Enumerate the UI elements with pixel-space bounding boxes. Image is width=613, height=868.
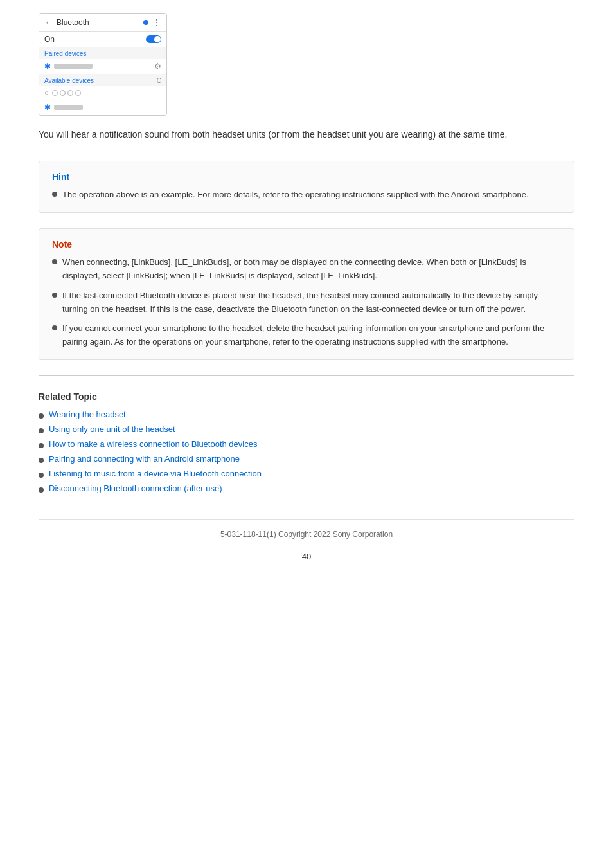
bt-device-left: ✱ bbox=[44, 62, 93, 71]
footer-text: 5-031-118-11(1) Copyright 2022 Sony Corp… bbox=[220, 530, 393, 539]
bt-title: Bluetooth bbox=[57, 18, 89, 27]
bt-circle-3 bbox=[67, 90, 73, 96]
bt-header-icons: ⋮ bbox=[143, 18, 161, 27]
bt-available-label: Available devices bbox=[44, 77, 94, 84]
related-link-4[interactable]: Pairing and connecting with an Android s… bbox=[49, 454, 240, 464]
hint-list: The operation above is an example. For m… bbox=[52, 188, 561, 202]
related-item-4: Pairing and connecting with an Android s… bbox=[39, 454, 574, 464]
bt-device2-name-bar bbox=[54, 105, 83, 110]
bt-refresh-icon: C bbox=[157, 77, 161, 84]
related-item-2: Using only one unit of the headset bbox=[39, 424, 574, 434]
note-list: When connecting, [LinkBuds], [LE_LinkBud… bbox=[52, 256, 561, 349]
related-item-1: Wearing the headset bbox=[39, 410, 574, 419]
bt-info-icon bbox=[143, 20, 148, 25]
bt-icon: ✱ bbox=[44, 62, 51, 71]
related-link-1[interactable]: Wearing the headset bbox=[49, 410, 126, 419]
bt-search-icon: ○ bbox=[44, 89, 49, 96]
related-topic-title: Related Topic bbox=[39, 392, 574, 402]
bt-icon-2: ✱ bbox=[44, 103, 51, 112]
related-bullet-6 bbox=[39, 487, 44, 493]
divider bbox=[39, 375, 574, 376]
related-item-3: How to make a wireless connection to Blu… bbox=[39, 439, 574, 449]
bt-back-arrow: ← bbox=[44, 17, 53, 27]
related-bullet-2 bbox=[39, 428, 44, 433]
related-item-5: Listening to music from a device via Blu… bbox=[39, 469, 574, 478]
related-bullet-1 bbox=[39, 413, 44, 419]
bt-gear-icon: ⚙ bbox=[154, 62, 161, 71]
related-item-6: Disconnecting Bluetooth connection (afte… bbox=[39, 484, 574, 493]
bt-circle-4 bbox=[75, 90, 81, 96]
bt-device2-row: ✱ bbox=[39, 100, 166, 115]
hint-bullet-1 bbox=[52, 192, 57, 197]
bt-on-row: On bbox=[39, 32, 166, 47]
related-link-5[interactable]: Listening to music from a device via Blu… bbox=[49, 469, 262, 478]
bt-device-name-bar bbox=[54, 64, 93, 69]
bt-toggle[interactable] bbox=[146, 35, 161, 43]
note-bullet-3 bbox=[52, 325, 57, 330]
bt-search-row: ○ bbox=[39, 86, 166, 100]
hint-text-1: The operation above is an example. For m… bbox=[62, 188, 529, 202]
note-item-3: If you cannot connect your smartphone to… bbox=[52, 322, 561, 349]
page-wrapper: ← Bluetooth ⋮ On Paired devices ✱ ⚙ Avai… bbox=[0, 0, 613, 587]
related-bullet-4 bbox=[39, 458, 44, 463]
bt-available-row: Available devices C bbox=[39, 74, 166, 86]
note-title: Note bbox=[52, 239, 561, 249]
note-bullet-1 bbox=[52, 259, 57, 264]
hint-item-1: The operation above is an example. For m… bbox=[52, 188, 561, 202]
related-link-6[interactable]: Disconnecting Bluetooth connection (afte… bbox=[49, 484, 222, 493]
related-list: Wearing the headset Using only one unit … bbox=[39, 410, 574, 493]
related-bullet-3 bbox=[39, 443, 44, 448]
bt-circles bbox=[52, 90, 81, 96]
bluetooth-mockup: ← Bluetooth ⋮ On Paired devices ✱ ⚙ Avai… bbox=[39, 13, 167, 116]
hint-title: Hint bbox=[52, 172, 561, 182]
bt-circle-2 bbox=[60, 90, 66, 96]
notification-text: You will hear a notification sound from … bbox=[39, 127, 574, 141]
note-item-1: When connecting, [LinkBuds], [LE_LinkBud… bbox=[52, 256, 561, 283]
related-bullet-5 bbox=[39, 473, 44, 478]
note-bullet-2 bbox=[52, 293, 57, 298]
bt-on-label: On bbox=[44, 35, 55, 44]
bt-header: ← Bluetooth ⋮ bbox=[39, 14, 166, 32]
footer: 5-031-118-11(1) Copyright 2022 Sony Corp… bbox=[39, 519, 574, 539]
bt-paired-device: ✱ ⚙ bbox=[39, 59, 166, 74]
page-number: 40 bbox=[39, 552, 574, 561]
bt-menu-dots: ⋮ bbox=[152, 18, 161, 27]
note-item-2: If the last-connected Bluetooth device i… bbox=[52, 289, 561, 316]
related-link-3[interactable]: How to make a wireless connection to Blu… bbox=[49, 439, 257, 449]
bt-paired-label: Paired devices bbox=[39, 47, 166, 59]
note-text-3: If you cannot connect your smartphone to… bbox=[62, 322, 561, 349]
hint-box: Hint The operation above is an example. … bbox=[39, 161, 574, 213]
bt-header-left: ← Bluetooth bbox=[44, 17, 89, 27]
related-link-2[interactable]: Using only one unit of the headset bbox=[49, 424, 175, 434]
note-text-2: If the last-connected Bluetooth device i… bbox=[62, 289, 561, 316]
note-text-1: When connecting, [LinkBuds], [LE_LinkBud… bbox=[62, 256, 561, 283]
bt-circle-1 bbox=[52, 90, 58, 96]
note-box: Note When connecting, [LinkBuds], [LE_Li… bbox=[39, 228, 574, 360]
